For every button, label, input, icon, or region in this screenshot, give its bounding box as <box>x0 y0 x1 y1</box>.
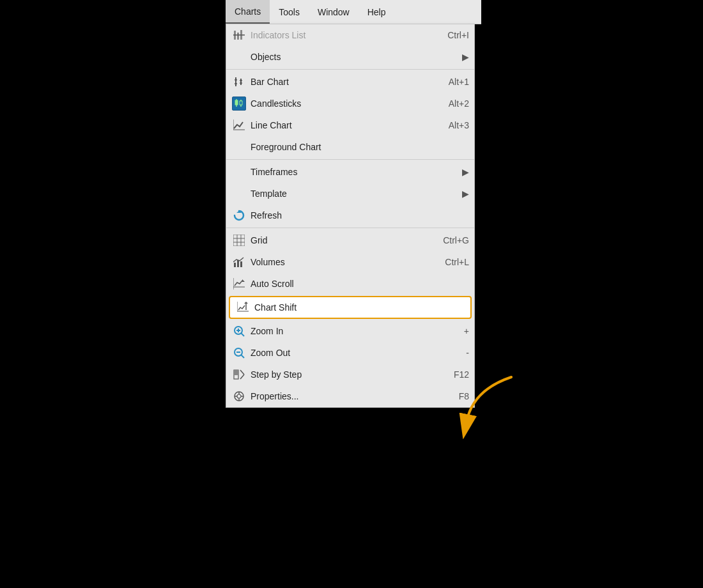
svg-rect-23 <box>233 235 245 246</box>
svg-rect-11 <box>235 100 238 105</box>
svg-rect-25 <box>237 260 239 267</box>
charts-dropdown: Indicators List Ctrl+I Objects ▶ <box>226 24 475 408</box>
menu-bar-charts[interactable]: Charts <box>226 0 270 24</box>
divider-1 <box>226 69 474 70</box>
menu-item-indicators-list[interactable]: Indicators List Ctrl+I <box>226 24 474 46</box>
auto-scroll-label: Auto Scroll <box>251 279 469 289</box>
step-by-step-label: Step by Step <box>251 369 427 380</box>
volumes-icon <box>230 254 248 270</box>
svg-line-44 <box>240 375 244 379</box>
menu-item-properties[interactable]: Properties... F8 <box>226 385 474 407</box>
divider-3 <box>226 228 474 228</box>
svg-rect-3 <box>233 35 245 36</box>
svg-rect-26 <box>240 261 242 267</box>
svg-marker-29 <box>242 279 245 282</box>
menu-item-zoom-in[interactable]: Zoom In + <box>226 320 474 342</box>
template-icon <box>230 186 248 201</box>
zoom-in-label: Zoom In <box>251 326 427 336</box>
svg-rect-42 <box>234 370 238 375</box>
svg-line-39 <box>242 355 245 359</box>
line-chart-icon <box>230 118 248 133</box>
foreground-chart-label: Foreground Chart <box>251 142 469 152</box>
line-chart-shortcut: Alt+3 <box>437 120 469 130</box>
menu-item-line-chart[interactable]: Line Chart Alt+3 <box>226 114 474 136</box>
menu-bar-help[interactable]: Help <box>359 0 395 24</box>
volumes-shortcut: Ctrl+L <box>437 257 469 267</box>
line-chart-label: Line Chart <box>251 120 427 130</box>
candlesticks-icon <box>230 96 248 111</box>
auto-scroll-icon <box>230 276 248 291</box>
menu-item-candlesticks[interactable]: Candlesticks Alt+2 <box>226 93 474 114</box>
chart-shift-label: Chart Shift <box>254 302 467 313</box>
menu-item-template[interactable]: Template ▶ <box>226 183 474 205</box>
template-label: Template <box>251 189 457 199</box>
bar-chart-shortcut: Alt+1 <box>437 77 469 87</box>
candlesticks-label: Candlesticks <box>251 98 427 109</box>
zoom-out-icon <box>230 345 248 360</box>
step-by-step-shortcut: F12 <box>437 369 469 380</box>
bar-chart-icon <box>230 74 248 89</box>
template-arrow: ▶ <box>462 189 469 199</box>
menu-container: Charts Tools Window Help Indicators List <box>226 0 481 408</box>
grid-icon <box>230 233 248 248</box>
grid-shortcut: Ctrl+G <box>437 235 469 245</box>
svg-marker-33 <box>244 302 248 304</box>
menu-bar: Charts Tools Window Help <box>226 0 481 24</box>
volumes-label: Volumes <box>251 257 427 267</box>
menu-item-foreground-chart[interactable]: Foreground Chart <box>226 136 474 158</box>
svg-rect-24 <box>234 263 236 267</box>
properties-shortcut: F8 <box>437 391 469 401</box>
indicators-list-icon <box>230 27 248 43</box>
menu-item-timeframes[interactable]: Timeframes ▶ <box>226 161 474 183</box>
svg-line-35 <box>242 334 245 337</box>
menu-item-zoom-out[interactable]: Zoom Out - <box>226 342 474 364</box>
chart-shift-icon <box>234 300 252 315</box>
menu-bar-window[interactable]: Window <box>309 0 359 24</box>
timeframes-arrow: ▶ <box>462 167 469 177</box>
svg-rect-1 <box>237 33 239 40</box>
menu-item-objects[interactable]: Objects ▶ <box>226 46 474 68</box>
menu-item-volumes[interactable]: Volumes Ctrl+L <box>226 251 474 273</box>
svg-point-46 <box>237 394 241 398</box>
divider-2 <box>226 159 474 160</box>
candlesticks-shortcut: Alt+2 <box>437 98 469 109</box>
timeframes-icon <box>230 164 248 180</box>
zoom-in-shortcut: + <box>437 326 469 336</box>
indicators-list-shortcut: Ctrl+I <box>437 30 469 40</box>
zoom-out-label: Zoom Out <box>251 348 427 358</box>
zoom-in-icon <box>230 323 248 339</box>
refresh-label: Refresh <box>251 210 469 220</box>
objects-icon <box>230 49 248 65</box>
foreground-chart-icon <box>230 139 248 155</box>
step-by-step-icon <box>230 367 248 382</box>
properties-icon <box>230 389 248 404</box>
objects-arrow: ▶ <box>462 52 469 62</box>
menu-item-step-by-step[interactable]: Step by Step F12 <box>226 364 474 385</box>
objects-label: Objects <box>251 52 457 62</box>
menu-item-bar-chart[interactable]: Bar Chart Alt+1 <box>226 71 474 93</box>
svg-line-43 <box>240 370 244 375</box>
timeframes-label: Timeframes <box>251 167 457 177</box>
zoom-out-shortcut: - <box>437 348 469 358</box>
bar-chart-label: Bar Chart <box>251 77 427 87</box>
refresh-icon <box>230 208 248 223</box>
menu-bar-tools[interactable]: Tools <box>270 0 309 24</box>
menu-item-chart-shift[interactable]: Chart Shift <box>229 296 472 319</box>
indicators-list-label: Indicators List <box>251 30 427 40</box>
properties-label: Properties... <box>251 391 427 401</box>
menu-item-auto-scroll[interactable]: Auto Scroll <box>226 273 474 295</box>
grid-label: Grid <box>251 235 427 245</box>
svg-rect-14 <box>240 101 242 105</box>
menu-item-refresh[interactable]: Refresh <box>226 205 474 226</box>
menu-item-grid[interactable]: Grid Ctrl+G <box>226 229 474 251</box>
